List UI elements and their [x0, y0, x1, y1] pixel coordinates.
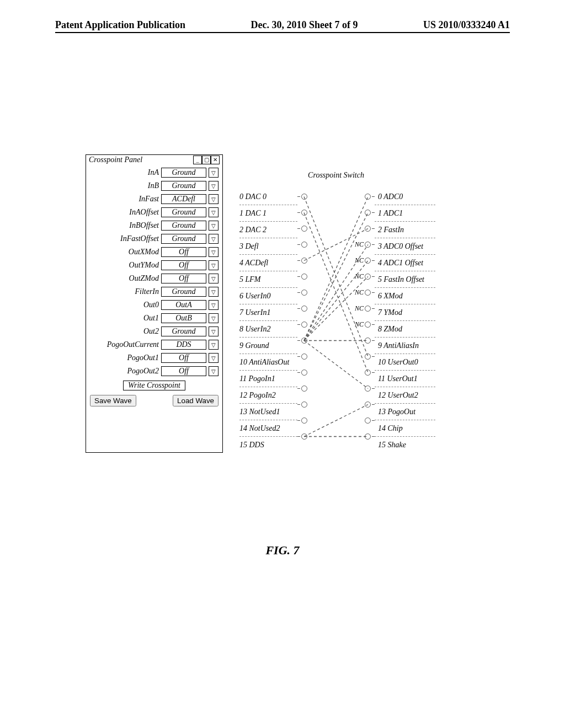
panel-row: InBOffsetGround▽: [90, 221, 218, 231]
panel-dropdown[interactable]: ACDefl▽: [161, 194, 218, 204]
port-row: [297, 221, 375, 237]
panel-row-label: Out2: [90, 327, 161, 336]
right-port-icon: NC: [355, 240, 375, 249]
panel-row-label: PogoOutCurrent: [90, 340, 161, 349]
panel-dropdown[interactable]: Ground▽: [161, 181, 218, 191]
load-wave-button[interactable]: Load Wave: [173, 395, 218, 406]
chevron-down-icon[interactable]: ▽: [209, 221, 218, 231]
diagram-left-cell: 7 UserIn1: [239, 304, 297, 321]
header-left: Patent Application Publication: [55, 19, 185, 31]
panel-dropdown[interactable]: Ground▽: [161, 234, 218, 244]
port-row: [297, 429, 375, 445]
nc-label: NC: [355, 288, 364, 297]
chevron-down-icon[interactable]: ▽: [209, 366, 218, 376]
dropdown-value: Ground: [161, 234, 206, 244]
chevron-down-icon[interactable]: ▽: [209, 274, 218, 283]
port-row: NC: [297, 253, 375, 269]
save-wave-button[interactable]: Save Wave: [90, 395, 136, 406]
panel-dropdown[interactable]: Ground▽: [161, 207, 218, 217]
panel-row-label: InFastOffset: [90, 234, 161, 243]
panel-row-label: InAOffset: [90, 208, 161, 217]
right-port-icon: [365, 338, 375, 344]
diagram-left-cell: 9 Ground: [239, 338, 297, 354]
panel-row-label: OutZMod: [90, 274, 161, 283]
panel-row: Out0OutA▽: [90, 300, 218, 310]
panel-dropdown[interactable]: Off▽: [161, 247, 218, 257]
panel-titlebar: Crosspoint Panel _ ▢ ✕: [87, 156, 222, 164]
diagram-right-cell: 15 Shake: [375, 437, 435, 453]
port-row: NC: [297, 317, 375, 333]
diagram-left-cell: 5 LFM: [239, 271, 297, 288]
diagram-right-cell: 10 UserOut0: [375, 354, 435, 371]
panel-dropdown[interactable]: Off▽: [161, 366, 218, 376]
panel-row: FilterInGround▽: [90, 287, 218, 297]
chevron-down-icon[interactable]: ▽: [209, 260, 218, 270]
chevron-down-icon[interactable]: ▽: [209, 340, 218, 350]
panel-row-label: PogoOut1: [90, 354, 161, 362]
left-port-icon: [297, 274, 307, 280]
nc-label: NC: [355, 240, 364, 249]
chevron-down-icon[interactable]: ▽: [209, 181, 218, 191]
minimize-icon[interactable]: _: [193, 156, 202, 164]
panel-dropdown[interactable]: OutA▽: [161, 300, 218, 310]
dropdown-value: DDS: [161, 340, 206, 350]
chevron-down-icon[interactable]: ▽: [209, 313, 218, 323]
write-crosspoint-button[interactable]: Write Crosspoint: [123, 381, 185, 390]
chevron-down-icon[interactable]: ▽: [209, 194, 218, 204]
diagram-right-cell: 0 ADC0: [375, 189, 435, 205]
diagram-left-cell: 6 UserIn0: [239, 288, 297, 304]
panel-dropdown[interactable]: Ground▽: [161, 168, 218, 178]
left-port-icon: [297, 290, 307, 296]
chevron-down-icon[interactable]: ▽: [209, 168, 218, 178]
content-area: Crosspoint Panel _ ▢ ✕ InAGround▽InBGrou…: [86, 154, 435, 453]
dropdown-value: Off: [161, 247, 206, 257]
right-port-icon: NC: [355, 304, 375, 313]
panel-row-label: OutXMod: [90, 248, 161, 256]
panel-row-label: OutYMod: [90, 261, 161, 270]
panel-dropdown[interactable]: Off▽: [161, 353, 218, 363]
chevron-down-icon[interactable]: ▽: [209, 247, 218, 257]
panel-dropdown[interactable]: Off▽: [161, 260, 218, 270]
right-port-icon: NC: [355, 320, 375, 329]
left-port-icon: [297, 226, 307, 232]
right-port-icon: NC: [355, 256, 375, 265]
diagram-right-cell: 2 FastIn: [375, 222, 435, 238]
port-row: [297, 189, 375, 205]
port-row: [297, 381, 375, 397]
left-port-icon: [297, 306, 307, 312]
dropdown-value: Off: [161, 366, 206, 376]
port-row: [297, 365, 375, 381]
dropdown-value: Off: [161, 274, 206, 283]
panel-row-label: InB: [90, 181, 161, 190]
chevron-down-icon[interactable]: ▽: [209, 300, 218, 310]
right-port-icon: [365, 433, 375, 440]
chevron-down-icon[interactable]: ▽: [209, 287, 218, 297]
right-port-icon: [365, 354, 375, 360]
nc-label: NC: [355, 304, 364, 313]
dropdown-value: OutA: [161, 300, 206, 310]
panel-dropdown[interactable]: Ground▽: [161, 326, 218, 336]
crosspoint-panel: Crosspoint Panel _ ▢ ✕ InAGround▽InBGrou…: [86, 154, 223, 453]
right-port-icon: [365, 386, 375, 392]
port-row: NC: [297, 301, 375, 317]
panel-dropdown[interactable]: Off▽: [161, 274, 218, 283]
panel-dropdown[interactable]: Ground▽: [161, 221, 218, 231]
left-port-icon: [297, 194, 307, 200]
left-port-icon: [297, 402, 307, 408]
left-port-icon: [297, 338, 307, 344]
close-icon[interactable]: ✕: [211, 156, 220, 164]
chevron-down-icon[interactable]: ▽: [209, 353, 218, 363]
chevron-down-icon[interactable]: ▽: [209, 326, 218, 336]
maximize-icon[interactable]: ▢: [202, 156, 211, 164]
panel-dropdown[interactable]: DDS▽: [161, 340, 218, 350]
left-port-icon: [297, 210, 307, 216]
diagram-left-cell: 3 Defl: [239, 238, 297, 255]
panel-dropdown[interactable]: OutB▽: [161, 313, 218, 323]
panel-row-label: Out0: [90, 301, 161, 309]
diagram-left-cell: 14 NotUsed2: [239, 420, 297, 437]
panel-dropdown[interactable]: Ground▽: [161, 287, 218, 297]
chevron-down-icon[interactable]: ▽: [209, 234, 218, 244]
right-port-icon: NC: [355, 288, 375, 297]
panel-row-label: InFast: [90, 195, 161, 204]
chevron-down-icon[interactable]: ▽: [209, 207, 218, 217]
